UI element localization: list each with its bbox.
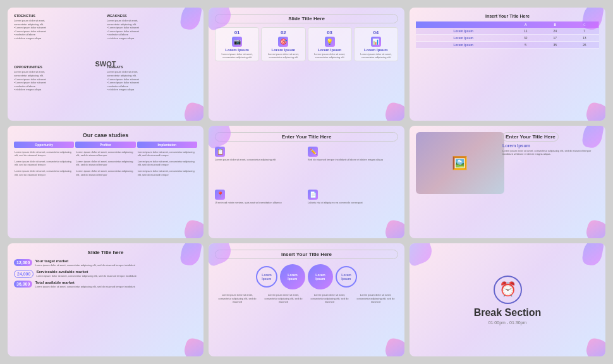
- bubble-4: LoremIpsum: [336, 266, 357, 288]
- slide8-title: Insert Your Title Here: [215, 250, 398, 259]
- opportunities-text: Lorem ipsum dolor sit amet,consectetur a…: [14, 70, 104, 92]
- case-cell-3-1: Lorem ipsum dolor sit amet, consectetur …: [14, 169, 74, 177]
- item-icon-3: 📍: [215, 190, 225, 200]
- slide-grid: STRENGTHS Lorem ipsum dolor sit amet,con…: [0, 0, 613, 364]
- table-row-2: Lorem Ipsum 32 17 13: [416, 35, 599, 42]
- threats-text: Lorem ipsum dolor sit amet,consectetur a…: [107, 70, 197, 92]
- col-num-4: 04: [356, 30, 396, 35]
- threats-title: THREATS: [107, 65, 197, 69]
- col-icon-1: 📷: [232, 37, 242, 47]
- slide-6: 🖼️ Enter Your Title Here Lorem Ipsum Lor…: [410, 126, 605, 239]
- slide7-title: Slide Title here: [14, 250, 197, 255]
- col-item-1: 01 📷 Lorem Ipsum Lorem ipsum dolor sit a…: [215, 27, 259, 61]
- badge-2: 24,000: [14, 270, 33, 278]
- col-label-1: Lorem Ipsum: [217, 48, 257, 52]
- th-a: A: [511, 21, 540, 28]
- slide2-cols: 01 📷 Lorem Ipsum Lorem ipsum dolor sit a…: [215, 27, 398, 61]
- slide5-content: 📋 Lorem ipsum dolor sit amet, consectetu…: [215, 147, 398, 231]
- slide-4: Our case studies Opportunity Profitor Im…: [8, 126, 203, 239]
- col-icon-2: 🎯: [278, 37, 288, 47]
- item-icon-1: 📋: [215, 147, 225, 157]
- break-title: Break Section: [474, 307, 542, 318]
- slide-5: Enter Your Title Here 📋 Lorem ipsum dolo…: [209, 126, 404, 239]
- slide8-texts: Lorem ipsum dolor sit amet, consectetur …: [215, 293, 398, 303]
- col-item-3: 03 💡 Lorem Ipsum Lorem ipsum dolor sit a…: [308, 27, 352, 61]
- col-num-1: 01: [217, 30, 257, 35]
- col-label-2: Lorem Ipsum: [264, 48, 303, 52]
- col-text-4: Lorem ipsum dolor sit amet, consectetur …: [356, 52, 396, 59]
- item-3: 📍 Ut enim ad minim veniam, quis nostrud …: [215, 190, 305, 231]
- row-text-1: Lorem ipsum dolor sit amet, consectetur …: [35, 264, 135, 267]
- slide-8: Insert Your Title Here LoremIpsum LoremI…: [209, 243, 404, 356]
- bubble-1: LoremIpsum: [256, 266, 277, 288]
- case-table-body: Lorem ipsum dolor sit amet, consectetur …: [14, 150, 197, 178]
- th-empty: [416, 21, 511, 28]
- slide-7: Slide Title here 12,000 Your target mark…: [8, 243, 203, 356]
- badge-1: 12,000: [14, 259, 32, 266]
- bubble-text-1: Lorem ipsum dolor sit amet, consectetur …: [215, 293, 260, 303]
- slide-3: Insert Your Title Here A B C Lorem Ipsum…: [410, 8, 605, 121]
- td-a3: 5: [511, 42, 540, 49]
- row-title-1: Your target market: [35, 259, 135, 263]
- item-icon-2: ✏️: [308, 147, 318, 157]
- case-cell-2-1: Lorem ipsum dolor sit amet, consectetur …: [14, 159, 74, 167]
- row-text-3: Lorem ipsum dolor sit amet, consectetur …: [35, 285, 135, 289]
- bubble-text-2: Lorem ipsum dolor sit amet, consectetur …: [261, 293, 306, 303]
- col-label-3: Lorem Ipsum: [310, 48, 349, 52]
- badge-3: 36,000: [14, 281, 32, 288]
- case-table-head: Opportunity Profitor Implantation: [14, 142, 197, 148]
- case-cell-1-1: Lorem ipsum dolor sit amet, consectetur …: [14, 150, 74, 158]
- case-cell-2-2: Lorem ipsum dolor sit amet, consectetur …: [75, 159, 135, 167]
- clock-icon: ⏰: [499, 281, 516, 298]
- slide5-title: Enter Your Title Here: [215, 132, 398, 142]
- col-text-3: Lorem ipsum dolor sit amet, consectetur …: [310, 52, 349, 59]
- strengths-text: Lorem ipsum dolor sit amet,consectetur a…: [14, 19, 104, 40]
- row-title-3: Total available market: [35, 281, 135, 284]
- col-label-4: Lorem Ipsum: [356, 48, 396, 52]
- bubble-text-3: Lorem ipsum dolor sit amet, consectetur …: [307, 293, 352, 303]
- slide3-table: A B C Lorem Ipsum 11 24 7 Lorem Ipsum 32…: [416, 21, 599, 49]
- swot-center-label: SWOT: [95, 60, 116, 68]
- slide-1: STRENGTHS Lorem ipsum dolor sit amet,con…: [8, 8, 203, 121]
- threats-section: THREATS Lorem ipsum dolor sit amet,conse…: [107, 65, 197, 114]
- td-c3: 26: [569, 42, 599, 49]
- col-num-2: 02: [264, 30, 303, 35]
- td-b3: 35: [540, 42, 570, 49]
- item-icon-4: 📄: [308, 190, 318, 200]
- col-item-2: 02 🎯 Lorem Ipsum Lorem ipsum dolor sit a…: [261, 27, 305, 61]
- table-row-3: Lorem Ipsum 5 35 26: [416, 42, 599, 49]
- td-label-2: Lorem Ipsum: [416, 35, 511, 42]
- item-text-3: Ut enim ad minim veniam, quis nostrud ex…: [215, 201, 282, 205]
- slide3-title: Insert Your Title Here: [416, 14, 599, 18]
- slide7-row-1: 12,000 Your target market Lorem ipsum do…: [14, 259, 197, 267]
- bubble-3: LoremIpsum: [308, 264, 333, 289]
- case-cell-1-2: Lorem ipsum dolor sit amet, consectetur …: [75, 150, 135, 158]
- item-text-4: Laboris nisi ut aliquip ex ea commodo co…: [308, 201, 363, 205]
- strengths-section: STRENGTHS Lorem ipsum dolor sit amet,con…: [14, 14, 104, 63]
- opportunities-section: OPPORTUNITIES Lorem ipsum dolor sit amet…: [14, 65, 104, 114]
- col-text-2: Lorem ipsum dolor sit amet, consectetur …: [264, 52, 303, 59]
- item-text-1: Lorem ipsum dolor sit amet, consectetur …: [215, 158, 276, 162]
- case-cell-3-2: Lorem ipsum dolor sit amet, consectetur …: [75, 169, 135, 177]
- slide6-label: Lorem Ipsum: [502, 143, 600, 148]
- th-implantation: Implantation: [137, 142, 197, 148]
- row-text-2: Lorem ipsum dolor sit amet, consectetur …: [36, 274, 136, 278]
- col-num-3: 03: [310, 30, 349, 35]
- bubble-text-4: Lorem ipsum dolor sit amet, consectetur …: [353, 293, 398, 303]
- photo-area: 🖼️: [416, 132, 504, 194]
- slide-2: Slide Title Here 01 📷 Lorem Ipsum Lorem …: [209, 8, 404, 121]
- photo-placeholder: 🖼️: [416, 132, 504, 194]
- td-c2: 13: [569, 35, 599, 42]
- bubble-2: LoremIpsum: [280, 264, 305, 289]
- td-b1: 24: [540, 28, 570, 35]
- slide6-body: Lorem ipsum dolor sit amet, consectetur …: [502, 149, 600, 156]
- th-b: B: [540, 21, 570, 28]
- slide7-row-3: 36,000 Total available market Lorem ipsu…: [14, 281, 197, 289]
- opportunities-title: OPPORTUNITIES: [14, 65, 104, 69]
- td-label-1: Lorem Ipsum: [416, 28, 511, 35]
- slide2-title: Slide Title Here: [215, 14, 398, 23]
- td-a2: 32: [511, 35, 540, 42]
- case-cell-1-3: Lorem ipsum dolor sit amet, consectetur …: [137, 150, 197, 158]
- col-icon-3: 💡: [325, 37, 335, 47]
- item-4: 📄 Laboris nisi ut aliquip ex ea commodo …: [308, 190, 398, 231]
